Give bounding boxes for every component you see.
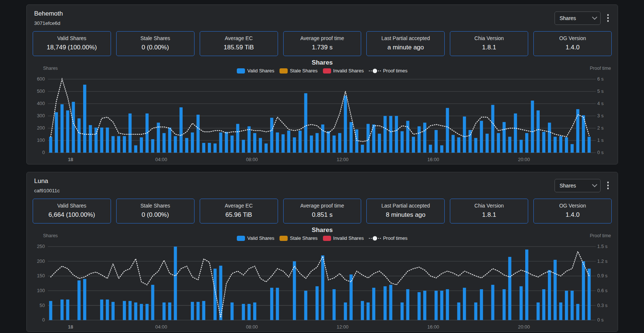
chart-plot-area: 6006 s5005 s4004 s3003 s2002 s1001 s00 s… xyxy=(30,75,614,164)
stat-label: Chia Version xyxy=(474,203,504,209)
chart-type-dropdown[interactable]: Shares xyxy=(555,12,601,25)
chart-title: Shares xyxy=(30,59,614,66)
stat-label: Average proof time xyxy=(300,35,344,41)
stat-label: Valid Shares xyxy=(57,35,86,41)
stat-value: 1.739 s xyxy=(312,44,333,51)
stat-value: 8 minutes ago xyxy=(386,211,425,219)
svg-text:08:00: 08:00 xyxy=(246,324,258,330)
harvester-card-behemoth: Behemoth 3071efce6d Shares Valid Shares1… xyxy=(26,4,618,164)
stat-value: a minute ago xyxy=(388,44,424,51)
svg-text:08:00: 08:00 xyxy=(246,157,258,162)
legend-label: Valid Shares xyxy=(247,68,274,74)
dashboard: Behemoth 3071efce6d Shares Valid Shares1… xyxy=(0,0,644,332)
legend-item-stale-shares[interactable]: Stale Shares xyxy=(279,68,317,74)
svg-text:600: 600 xyxy=(37,76,45,82)
legend-chip-icon xyxy=(279,236,288,241)
stat-box: Valid Shares18,749 (100.00%) xyxy=(33,31,111,56)
svg-text:20:00: 20:00 xyxy=(518,324,530,330)
svg-text:500: 500 xyxy=(37,88,45,94)
svg-text:1.5 s: 1.5 s xyxy=(597,244,608,249)
legend-chip-icon xyxy=(323,68,331,74)
legend-item-invalid-shares[interactable]: Invalid Shares xyxy=(323,235,364,241)
stat-label: OG Version xyxy=(559,203,586,209)
legend-label: Invalid Shares xyxy=(333,68,364,74)
stat-label: Average EC xyxy=(225,35,253,41)
stat-label: Stale Shares xyxy=(140,203,170,209)
chart-head: SharesValid SharesStale SharesInvalid Sh… xyxy=(30,59,614,75)
left-axis-title: Shares xyxy=(43,233,58,238)
legend-item-invalid-shares[interactable]: Invalid Shares xyxy=(323,68,364,74)
svg-text:1 s: 1 s xyxy=(597,137,604,143)
svg-text:18: 18 xyxy=(68,324,73,330)
svg-text:100: 100 xyxy=(37,137,45,143)
legend-item-valid-shares[interactable]: Valid Shares xyxy=(237,235,274,241)
svg-text:1.2 s: 1.2 s xyxy=(597,258,608,264)
legend-chip-icon xyxy=(237,236,245,241)
stat-label: Chia Version xyxy=(474,35,504,41)
stat-box: Average proof time1.739 s xyxy=(283,31,362,56)
legend-chip-icon xyxy=(279,68,288,74)
svg-text:04:00: 04:00 xyxy=(155,324,167,330)
card-header: Luna caf910011c Shares xyxy=(27,172,618,196)
stat-value: 0 (0.00%) xyxy=(141,44,169,51)
svg-text:3 s: 3 s xyxy=(597,113,604,118)
stat-box: OG Version1.4.0 xyxy=(533,199,612,223)
stat-value: 185.59 TiB xyxy=(224,44,254,51)
kebab-menu-icon[interactable] xyxy=(606,12,611,24)
legend-label: Stale Shares xyxy=(290,235,317,241)
harvester-name: Behemoth xyxy=(34,10,63,17)
svg-text:20:00: 20:00 xyxy=(518,157,530,162)
stat-box: Chia Version1.8.1 xyxy=(450,31,528,56)
svg-text:4 s: 4 s xyxy=(597,101,604,106)
stat-label: Stale Shares xyxy=(140,35,170,41)
stat-box: Chia Version1.8.1 xyxy=(450,199,528,223)
stat-value: 1.8.1 xyxy=(482,44,496,51)
stat-value: 0.851 s xyxy=(312,211,333,219)
valid-shares-bars xyxy=(49,247,591,320)
stats-row: Valid Shares6,664 (100.00%)Stale Shares0… xyxy=(27,196,618,226)
legend-item-valid-shares[interactable]: Valid Shares xyxy=(237,68,274,74)
chart-legend: Valid SharesStale SharesInvalid SharesPr… xyxy=(30,68,614,74)
svg-text:0.3 s: 0.3 s xyxy=(597,303,608,308)
svg-text:100: 100 xyxy=(37,288,45,293)
stat-value: 65.96 TiB xyxy=(225,211,252,219)
valid-shares-bars xyxy=(49,85,591,153)
card-titles: Luna caf910011c xyxy=(34,177,60,193)
card-titles: Behemoth 3071efce6d xyxy=(34,10,63,26)
harvester-id: 3071efce6d xyxy=(34,20,63,26)
stat-box: Average EC65.96 TiB xyxy=(200,199,278,223)
legend-chip-icon xyxy=(237,68,245,74)
legend-item-stale-shares[interactable]: Stale Shares xyxy=(279,235,317,241)
legend-item-proof-times[interactable]: Proof times xyxy=(369,68,408,74)
stat-box: Average proof time0.851 s xyxy=(283,199,362,223)
harvester-id: caf910011c xyxy=(34,188,60,193)
chevron-down-icon xyxy=(592,182,597,187)
stat-value: 1.8.1 xyxy=(482,211,496,219)
right-axis-title: Proof time xyxy=(590,66,611,71)
svg-text:0.9 s: 0.9 s xyxy=(597,273,608,279)
chart-title: Shares xyxy=(30,226,614,234)
shares-chart: SharesValid SharesStale SharesInvalid Sh… xyxy=(27,226,618,332)
proof-times-dotline-icon xyxy=(369,68,381,74)
legend-label: Proof times xyxy=(383,235,408,241)
stat-value: 18,749 (100.00%) xyxy=(47,44,97,51)
legend-label: Valid Shares xyxy=(247,235,274,241)
svg-text:0 s: 0 s xyxy=(597,317,604,323)
stat-label: Last Partial accepted xyxy=(381,203,430,209)
svg-text:0: 0 xyxy=(42,317,45,323)
chart-type-dropdown[interactable]: Shares xyxy=(555,179,601,192)
stat-label: Last Partial accepted xyxy=(381,35,430,41)
svg-text:5 s: 5 s xyxy=(597,88,604,94)
harvester-card-luna: Luna caf910011c Shares Valid Shares6,664… xyxy=(26,172,618,332)
dropdown-selected-value: Shares xyxy=(560,15,576,21)
svg-text:2 s: 2 s xyxy=(597,125,604,131)
chart-head: SharesValid SharesStale SharesInvalid Sh… xyxy=(30,226,614,243)
kebab-menu-icon[interactable] xyxy=(606,179,611,192)
svg-text:0 s: 0 s xyxy=(597,150,604,155)
stat-value: 1.4.0 xyxy=(566,211,580,219)
legend-chip-icon xyxy=(323,236,331,241)
proof-times-dotline-icon xyxy=(369,236,381,241)
legend-item-proof-times[interactable]: Proof times xyxy=(369,235,408,241)
shares-chart: SharesValid SharesStale SharesInvalid Sh… xyxy=(27,58,618,164)
svg-text:400: 400 xyxy=(37,101,45,106)
